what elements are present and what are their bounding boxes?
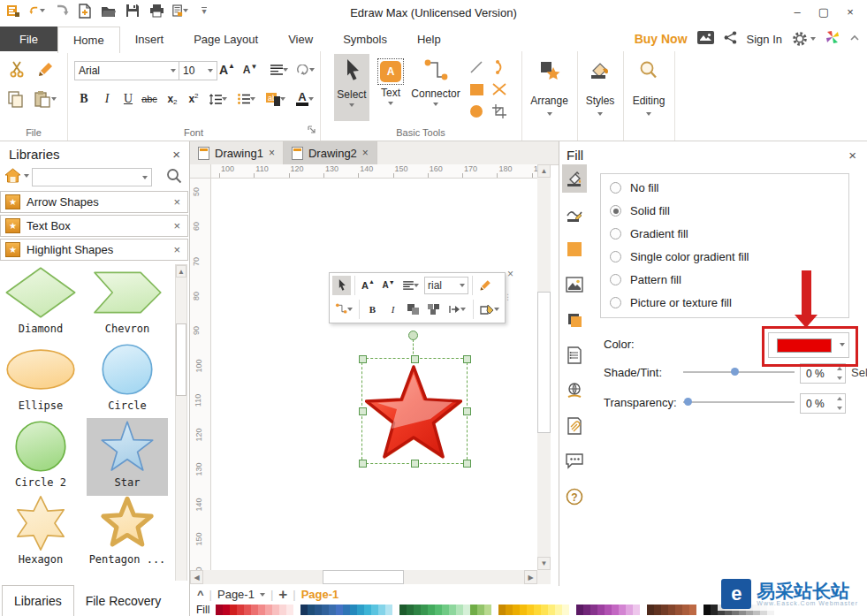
slider-thumb[interactable] [731,368,739,376]
scroll-right-icon[interactable]: ▶ [524,570,537,584]
note-icon[interactable] [562,341,587,369]
font-name-combobox[interactable]: Arial [74,61,180,80]
palette-swatch[interactable] [421,605,428,615]
palette-swatch[interactable] [336,605,343,615]
add-page-button[interactable]: + [278,586,287,604]
tab-insert[interactable]: Insert [120,27,179,51]
document-tab-close-icon[interactable]: × [362,147,369,159]
comment-icon[interactable] [562,447,587,475]
erase-tool-icon[interactable] [490,80,509,98]
connector-tool-button[interactable]: Connector [408,54,463,121]
radio-button[interactable] [610,274,621,285]
palette-swatch[interactable] [244,605,251,615]
radio-button[interactable] [610,228,621,240]
mini-font-combobox[interactable]: rial [424,277,468,294]
selection-handle[interactable] [463,355,471,363]
bullet-list-button[interactable] [233,90,260,108]
copy-icon[interactable] [5,88,27,110]
palette-swatch[interactable] [357,605,364,615]
slider-thumb[interactable] [684,398,692,406]
scroll-down-icon[interactable]: ▼ [537,557,551,570]
palette-swatch[interactable] [527,605,534,615]
close-button[interactable]: × [837,0,863,23]
palette-swatch[interactable] [407,605,414,615]
library-close-icon[interactable]: × [173,243,180,256]
document-tab-close-icon[interactable]: × [269,147,275,159]
subscript-button[interactable]: x2 [163,90,182,108]
palette-swatch[interactable] [286,605,293,615]
picture-icon[interactable] [562,270,587,299]
spinner-up-icon[interactable] [837,397,842,400]
palette-swatch[interactable] [265,605,272,615]
library-close-icon[interactable]: × [173,219,180,232]
palette-swatch[interactable] [689,605,696,615]
palette-swatch[interactable] [491,605,498,615]
underline-button[interactable]: U [118,90,138,108]
shadow-icon[interactable] [562,306,587,334]
library-home-button[interactable] [4,168,29,183]
palette-swatch[interactable] [520,605,527,615]
selection-handle[interactable] [359,460,367,468]
rotation-handle[interactable] [408,331,418,340]
floating-toolbar-close-icon[interactable]: × [507,268,513,280]
palette-swatch[interactable] [216,605,223,615]
select-tool-button[interactable]: Select [334,54,369,121]
palette-swatch[interactable] [498,605,506,615]
search-icon[interactable] [166,168,182,187]
libraries-close-icon[interactable]: × [172,147,180,162]
italic-button[interactable]: I [97,90,117,108]
palette-swatch[interactable] [619,605,626,615]
mini-italic-icon[interactable]: I [384,300,402,319]
library-group-arrow-shapes[interactable]: ★Arrow Shapes× [0,191,188,213]
palette-swatch[interactable] [223,605,230,615]
mini-select-icon[interactable] [332,276,351,295]
align-text-button[interactable] [267,61,292,79]
palette-swatch[interactable] [477,605,484,615]
mini-increase-font-icon[interactable]: A▲ [359,276,377,295]
radio-button[interactable] [610,297,621,308]
bold-button[interactable]: B [74,90,94,108]
palette-swatch[interactable] [569,605,576,615]
rectangle-tool-icon[interactable] [467,80,486,98]
palette-swatch[interactable] [414,605,421,615]
palette-swatch[interactable] [696,605,703,615]
rotate-text-button[interactable] [293,61,318,79]
shape-star[interactable]: Star [87,418,168,496]
selection-handle[interactable] [411,355,419,363]
decrease-font-button[interactable]: A▼ [240,61,260,79]
palette-swatch[interactable] [703,605,711,615]
minimize-button[interactable]: – [784,0,810,23]
tab-view[interactable]: View [273,27,328,51]
library-group-highlight-shapes[interactable]: ★Highlight Shapes× [0,239,188,261]
palette-swatch[interactable] [371,605,378,615]
palette-swatch[interactable] [300,605,308,615]
palette-swatch[interactable] [711,605,718,615]
selection-handle[interactable] [359,355,367,363]
fill-option-single-color-gradient-fill[interactable]: Single color gradient fill [610,250,749,263]
palette-swatch[interactable] [392,605,399,615]
palette-swatch[interactable] [548,605,555,615]
screenshot-icon[interactable] [697,31,714,48]
spinner-up-icon[interactable] [837,367,842,370]
palette-swatch[interactable] [293,605,300,615]
palette-swatch[interactable] [626,605,633,615]
shape-circle-2[interactable]: Circle 2 [0,418,81,496]
palette-swatch[interactable] [675,605,682,615]
fill-option-solid-fill[interactable]: Solid fill [610,204,670,217]
palette-swatch[interactable] [668,605,675,615]
mini-align-icon[interactable] [399,276,422,295]
palette-swatch[interactable] [428,605,435,615]
scrollbar-thumb[interactable] [537,292,551,433]
share-icon[interactable] [724,31,737,48]
mini-bold-icon[interactable]: B [363,300,382,319]
attachment-icon[interactable] [562,412,587,440]
palette-swatch[interactable] [612,605,619,615]
palette-swatch[interactable] [272,605,279,615]
palette-swatch[interactable] [350,605,357,615]
palette-swatch[interactable] [329,605,336,615]
palette-swatch[interactable] [647,605,654,615]
line-spacing-button[interactable] [205,90,232,108]
selection-handle[interactable] [463,407,471,415]
hyperlink-icon[interactable] [562,376,587,405]
line-tool-icon[interactable] [467,58,486,76]
